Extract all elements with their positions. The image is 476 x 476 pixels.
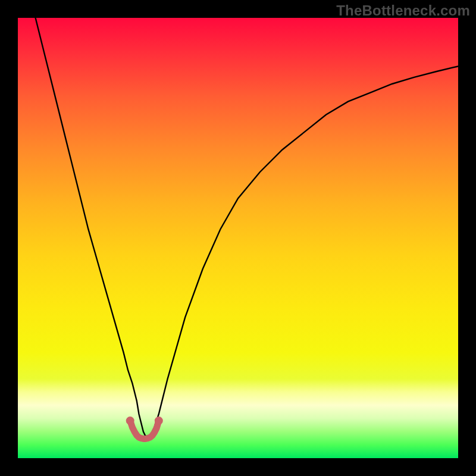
bottom-red-curve xyxy=(130,421,159,439)
bottom-red-dot xyxy=(126,416,134,425)
chart-container: TheBottleneck.com xyxy=(0,0,476,476)
bottom-red-dot xyxy=(155,416,163,425)
watermark-text: TheBottleneck.com xyxy=(336,2,470,19)
curve-group xyxy=(36,18,458,439)
plot-area xyxy=(18,18,458,458)
bottleneck-curve-path xyxy=(36,18,458,436)
bottom-red-dots xyxy=(126,416,163,425)
chart-svg xyxy=(18,18,458,458)
